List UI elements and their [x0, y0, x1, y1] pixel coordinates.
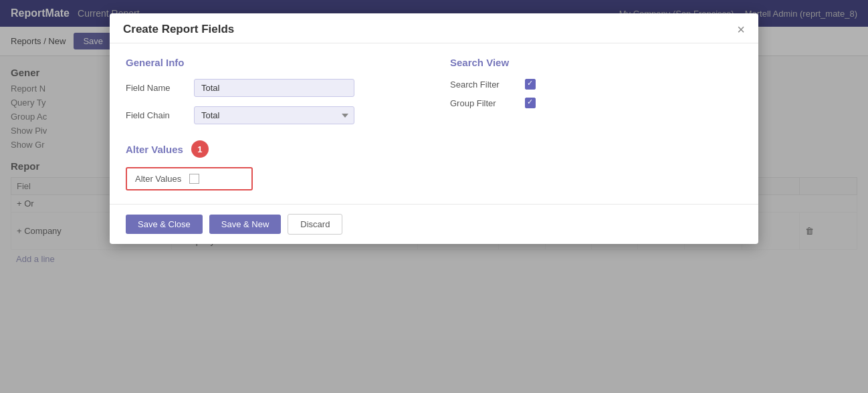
search-view-heading: Search View	[450, 57, 742, 68]
alter-values-section: Alter Values 1 Alter Values	[126, 140, 418, 190]
modal-title: Create Report Fields	[123, 23, 234, 36]
field-name-label: Field Name	[126, 83, 186, 93]
alter-values-checkbox[interactable]	[189, 174, 199, 184]
discard-button[interactable]: Discard	[288, 214, 342, 235]
modal-header: Create Report Fields ×	[110, 13, 758, 43]
search-filter-label: Search Filter	[450, 80, 517, 90]
general-info-heading: General Info	[126, 57, 418, 68]
modal-body: General Info Field Name Field Chain Tota…	[110, 43, 758, 204]
save-new-button[interactable]: Save & New	[209, 215, 282, 234]
modal-columns: General Info Field Name Field Chain Tota…	[126, 57, 742, 190]
modal-footer: Save & Close Save & New Discard	[110, 204, 758, 244]
alter-values-box: Alter Values	[126, 167, 253, 190]
field-chain-label: Field Chain	[126, 110, 186, 120]
search-filter-checkbox[interactable]	[525, 79, 536, 90]
search-filter-row: Search Filter	[450, 79, 742, 90]
field-chain-row: Field Chain Total	[126, 106, 418, 124]
group-filter-label: Group Filter	[450, 98, 517, 108]
save-close-button[interactable]: Save & Close	[126, 215, 203, 234]
field-name-row: Field Name	[126, 79, 418, 97]
field-name-input[interactable]	[194, 79, 354, 97]
alter-values-badge: 1	[191, 140, 209, 158]
group-filter-checkbox[interactable]	[525, 98, 536, 108]
alter-values-heading: Alter Values	[126, 144, 183, 155]
group-filter-row: Group Filter	[450, 98, 742, 108]
general-info-column: General Info Field Name Field Chain Tota…	[126, 57, 418, 190]
modal-close-button[interactable]: ×	[737, 23, 745, 36]
field-chain-select[interactable]: Total	[194, 106, 354, 124]
search-view-column: Search View Search Filter Group Filter	[450, 57, 742, 190]
modal-dialog: Create Report Fields × General Info Fiel…	[110, 13, 758, 244]
alter-values-checkbox-label: Alter Values	[135, 174, 181, 184]
modal-overlay: Create Report Fields × General Info Fiel…	[0, 0, 868, 393]
alter-values-header: Alter Values 1	[126, 140, 418, 158]
